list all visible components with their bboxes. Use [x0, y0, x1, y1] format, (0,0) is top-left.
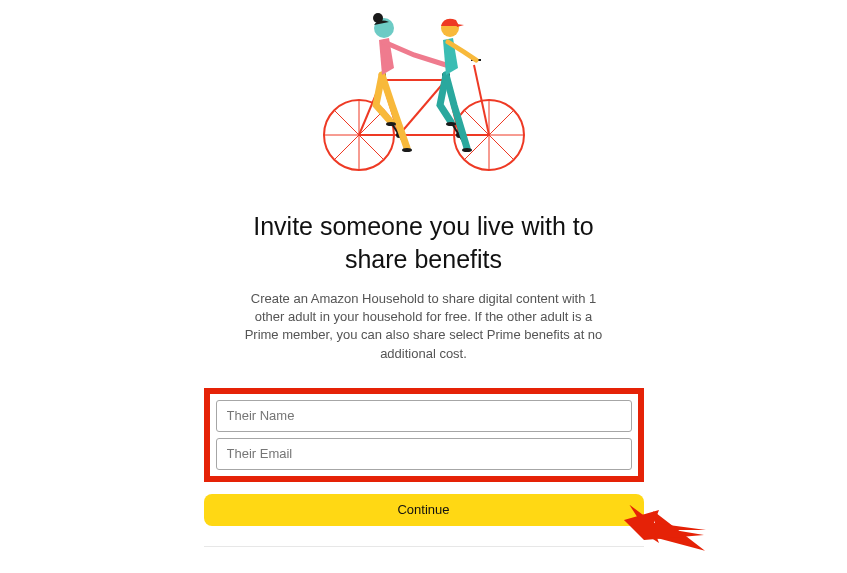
svg-point-29 — [402, 148, 412, 152]
page-heading: Invite someone you live with to share be… — [204, 210, 644, 275]
tandem-bicycle-illustration — [304, 10, 544, 180]
continue-button[interactable]: Continue — [204, 494, 644, 526]
email-input[interactable] — [216, 438, 632, 470]
svg-point-30 — [386, 122, 396, 126]
name-input[interactable] — [216, 400, 632, 432]
arrow-annotation-icon — [624, 505, 709, 555]
invite-container: Invite someone you live with to share be… — [204, 10, 644, 547]
section-divider — [204, 546, 644, 547]
svg-point-33 — [462, 148, 472, 152]
svg-point-34 — [446, 122, 456, 126]
page-description: Create an Amazon Household to share digi… — [204, 290, 644, 363]
highlight-annotation — [204, 388, 644, 482]
invite-form: Continue — [204, 388, 644, 547]
